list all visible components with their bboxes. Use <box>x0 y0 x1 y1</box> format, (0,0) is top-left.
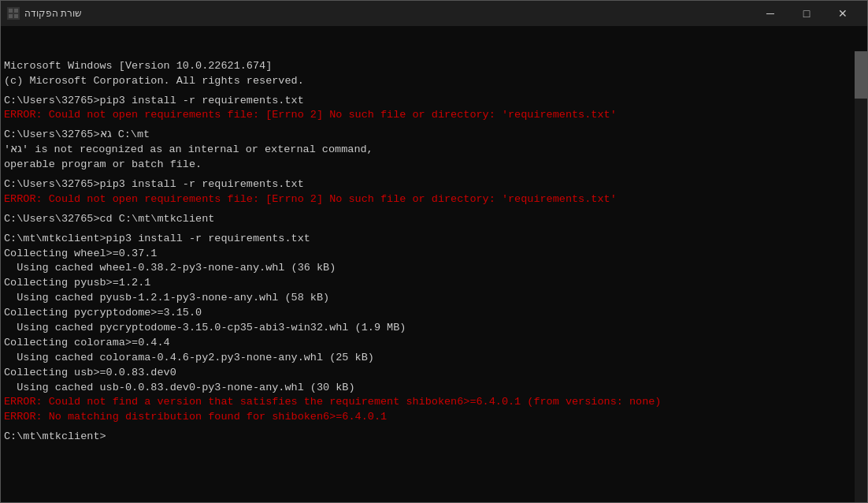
terminal-line: Using cached wheel-0.38.2-py3-none-any.w… <box>4 261 851 276</box>
terminal-line: ERROR: Could not open requirements file:… <box>4 192 851 207</box>
terminal-line: Collecting usb>=0.0.83.dev0 <box>4 366 851 381</box>
terminal-line: C:\mt\mtkclient>pip3 install -r requirem… <box>4 232 851 247</box>
terminal-line: ERROR: Could not open requirements file:… <box>4 108 851 123</box>
terminal-line: Collecting pycryptodome>=3.15.0 <box>4 306 851 321</box>
svg-rect-1 <box>14 9 18 13</box>
maximize-button[interactable]: □ <box>788 1 825 26</box>
title-bar: שורת הפקודה ─ □ ✕ <box>1 1 867 26</box>
cmd-window: שורת הפקודה ─ □ ✕ Microsoft Windows [Ver… <box>0 0 868 503</box>
close-button[interactable]: ✕ <box>825 1 861 26</box>
terminal-line: Microsoft Windows [Version 10.0.22621.67… <box>4 59 851 74</box>
terminal-line: C:\mt\mtkclient> <box>4 430 851 445</box>
terminal-line: 'גא' is not recognized as an internal or… <box>4 143 851 158</box>
terminal-line: Using cached colorama-0.4.6-py2.py3-none… <box>4 351 851 366</box>
window-controls: ─ □ ✕ <box>752 1 861 26</box>
svg-rect-3 <box>14 14 18 18</box>
terminal-line: (c) Microsoft Corporation. All rights re… <box>4 74 851 89</box>
terminal-line: Using cached pycryptodome-3.15.0-cp35-ab… <box>4 321 851 336</box>
terminal-line: C:\Users\32765>pip3 install -r requireme… <box>4 94 851 109</box>
terminal-line: Collecting pyusb>=1.2.1 <box>4 276 851 291</box>
svg-rect-2 <box>9 14 13 18</box>
terminal-line: ERROR: Could not find a version that sat… <box>4 395 851 410</box>
minimize-button[interactable]: ─ <box>752 1 788 26</box>
terminal-line: Using cached usb-0.0.83.dev0-py3-none-an… <box>4 381 851 396</box>
terminal-line: C:\Users\32765>cd C:\mt\mtkclient <box>4 212 851 227</box>
scrollbar-track[interactable] <box>855 51 867 502</box>
window-title: שורת הפקודה <box>24 8 82 19</box>
terminal-line: ERROR: No matching distribution found fo… <box>4 410 851 425</box>
svg-rect-0 <box>9 9 13 13</box>
terminal-content[interactable]: Microsoft Windows [Version 10.0.22621.67… <box>1 26 867 502</box>
terminal-area: Microsoft Windows [Version 10.0.22621.67… <box>1 26 867 502</box>
terminal-line: Collecting wheel>=0.37.1 <box>4 247 851 262</box>
terminal-line: Using cached pyusb-1.2.1-py3-none-any.wh… <box>4 291 851 306</box>
terminal-line: Collecting colorama>=0.4.4 <box>4 336 851 351</box>
scrollbar-thumb[interactable] <box>855 51 867 99</box>
window-icon <box>7 7 20 20</box>
terminal-line: C:\Users\32765>pip3 install -r requireme… <box>4 177 851 192</box>
terminal-line: C:\Users\32765>גא C:\mt <box>4 128 851 143</box>
terminal-line: operable program or batch file. <box>4 158 851 173</box>
title-bar-left: שורת הפקודה <box>7 7 82 20</box>
